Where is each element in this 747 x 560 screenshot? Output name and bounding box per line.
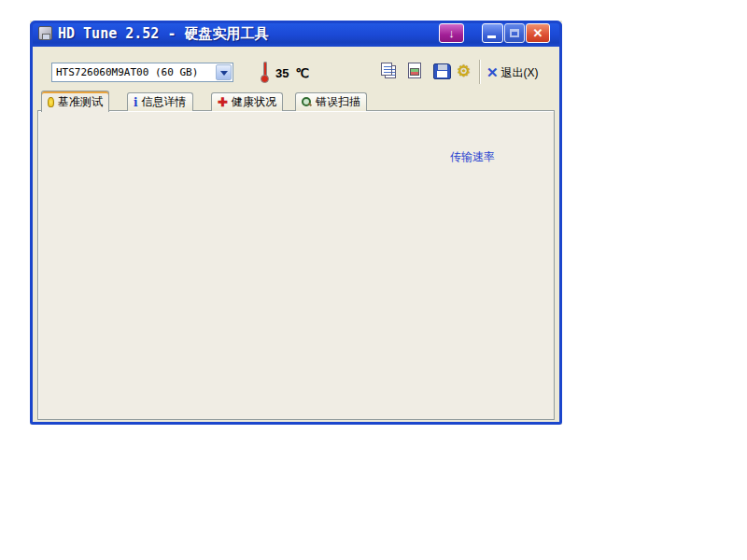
app-window: HD Tune 2.52 - 硬盘实用工具 ↓ ✕ HTS726060M9AT0… (30, 21, 562, 425)
health-cross-icon: ✚ (218, 96, 228, 108)
close-button[interactable]: ✕ (526, 23, 550, 43)
drive-select-dropdown-button[interactable] (216, 64, 232, 80)
copy-image-button[interactable] (405, 61, 428, 83)
magnifier-icon (302, 97, 312, 107)
copy-image-icon (408, 63, 421, 78)
temperature-unit: ℃ (295, 66, 309, 80)
tab-health-label: 健康状况 (232, 94, 276, 110)
drive-select-value: HTS726060M9AT00 (60 GB) (56, 66, 198, 78)
benchmark-icon (48, 97, 54, 107)
download-update-button[interactable]: ↓ (439, 23, 464, 43)
transfer-rate-group-title: 传输速率 (447, 149, 498, 165)
gear-icon: ⚙ (457, 62, 471, 81)
minimize-button[interactable] (482, 23, 503, 43)
exit-x-icon: ✕ (486, 64, 499, 81)
tab-benchmark[interactable]: 基准测试 (41, 91, 109, 112)
exit-button[interactable]: ✕ 退出(X) (486, 63, 539, 82)
info-icon: i (134, 96, 138, 109)
tab-health[interactable]: ✚ 健康状况 (211, 92, 283, 111)
close-icon: ✕ (533, 26, 543, 40)
minimize-icon (487, 35, 496, 38)
toolbar-separator (479, 60, 480, 84)
thermometer-icon (261, 62, 270, 84)
tab-info[interactable]: i 信息详情 (127, 92, 193, 111)
tab-error-scan-label: 错误扫描 (316, 94, 360, 110)
tab-error-scan[interactable]: 错误扫描 (295, 92, 367, 111)
temperature-readout: 35℃ (275, 66, 309, 80)
app-icon (38, 26, 52, 40)
maximize-icon (510, 29, 519, 37)
exit-label: 退出(X) (501, 65, 539, 81)
title-bar[interactable]: HD Tune 2.52 - 硬盘实用工具 ↓ ✕ (30, 21, 562, 47)
image-chip (410, 68, 419, 76)
tab-info-label: 信息详情 (142, 94, 187, 110)
tab-benchmark-label: 基准测试 (58, 94, 103, 110)
chevron-down-icon (220, 71, 228, 76)
save-icon (433, 63, 451, 79)
options-button[interactable]: ⚙ (456, 61, 478, 83)
drive-select[interactable]: HTS726060M9AT00 (60 GB) (51, 63, 233, 82)
thermometer-bulb (261, 75, 269, 83)
maximize-button[interactable] (504, 23, 525, 43)
temperature-value: 35 (275, 66, 289, 80)
down-arrow-icon: ↓ (448, 26, 455, 40)
copy-icon-back (381, 63, 392, 76)
save-button[interactable] (431, 61, 454, 83)
copy-text-button[interactable] (379, 61, 402, 83)
window-title: HD Tune 2.52 - 硬盘实用工具 (58, 25, 268, 43)
